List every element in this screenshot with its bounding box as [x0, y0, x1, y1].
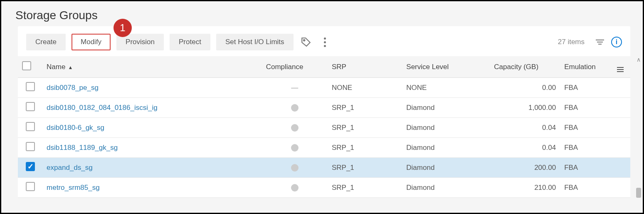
- column-header-srp[interactable]: SRP: [328, 56, 402, 78]
- main-panel: Create Modify Provision Protect Set Host…: [18, 26, 630, 198]
- capacity-cell: 1,000.00: [490, 98, 560, 118]
- compliance-status-icon: [291, 184, 299, 192]
- storage-group-link[interactable]: expand_ds_sg: [47, 164, 93, 172]
- items-count: 27 items: [558, 38, 585, 46]
- set-host-io-limits-button[interactable]: Set Host I/O Limits: [216, 34, 294, 50]
- column-header-capacity[interactable]: Capacity (GB): [490, 56, 560, 78]
- emulation-cell: FBA: [560, 178, 613, 198]
- capacity-cell: 200.00: [490, 158, 560, 178]
- capacity-cell: 0.00: [490, 78, 560, 98]
- capacity-cell: 0.04: [490, 118, 560, 138]
- srp-cell: SRP_1: [328, 178, 402, 198]
- emulation-cell: FBA: [560, 138, 613, 158]
- page-title: Storage Groups: [1, 1, 643, 26]
- table-scroll-area: Name▲ Compliance SRP Service Level Capac…: [18, 56, 630, 198]
- annotation-badge-1: 1: [114, 19, 132, 37]
- row-checkbox[interactable]: [26, 182, 35, 191]
- tag-icon[interactable]: [299, 35, 313, 49]
- compliance-status-icon: [291, 124, 299, 132]
- service-level-cell: Diamond: [402, 138, 490, 158]
- create-button[interactable]: Create: [26, 34, 66, 50]
- column-header-compliance[interactable]: Compliance: [262, 56, 328, 78]
- service-level-cell: Diamond: [402, 98, 490, 118]
- service-level-cell: Diamond: [402, 118, 490, 138]
- modify-button[interactable]: Modify: [72, 34, 111, 50]
- table-row[interactable]: dsib0180_0182_084_0186_iscsi_igSRP_1Diam…: [18, 98, 630, 118]
- row-checkbox[interactable]: [26, 122, 35, 131]
- service-level-cell: NONE: [402, 78, 490, 98]
- service-level-cell: Diamond: [402, 158, 490, 178]
- info-icon[interactable]: i: [611, 37, 622, 47]
- compliance-status-icon: [291, 164, 299, 172]
- row-checkbox[interactable]: [26, 102, 35, 111]
- row-checkbox[interactable]: [26, 82, 35, 91]
- sort-ascending-icon: ▲: [68, 65, 73, 70]
- select-all-checkbox[interactable]: [22, 61, 31, 70]
- srp-cell: SRP_1: [328, 98, 402, 118]
- capacity-cell: 210.00: [490, 178, 560, 198]
- srp-cell: NONE: [328, 78, 402, 98]
- storage-group-link[interactable]: dsib1188_1189_gk_sg: [47, 144, 118, 152]
- column-header-emulation[interactable]: Emulation: [560, 56, 613, 78]
- table-row[interactable]: dsib0078_pe_sg—NONENONE0.00FBA: [18, 78, 630, 98]
- emulation-cell: FBA: [560, 98, 613, 118]
- service-level-cell: Diamond: [402, 178, 490, 198]
- toolbar: Create Modify Provision Protect Set Host…: [18, 26, 630, 56]
- table-row[interactable]: dsib0180-6_gk_sgSRP_1Diamond0.04FBA: [18, 118, 630, 138]
- column-header-service-level[interactable]: Service Level: [402, 56, 490, 78]
- capacity-cell: 0.04: [490, 138, 560, 158]
- srp-cell: SRP_1: [328, 138, 402, 158]
- vertical-scrollbar[interactable]: ∧: [636, 56, 641, 198]
- compliance-none-icon: —: [291, 84, 298, 92]
- column-header-name[interactable]: Name▲: [42, 56, 262, 78]
- storage-group-link[interactable]: metro_srm85_sg: [47, 184, 100, 192]
- emulation-cell: FBA: [560, 118, 613, 138]
- emulation-cell: FBA: [560, 78, 613, 98]
- compliance-status-icon: [291, 144, 299, 152]
- column-settings-icon[interactable]: [613, 56, 630, 78]
- filter-icon[interactable]: [595, 37, 605, 47]
- compliance-status-icon: [291, 104, 299, 112]
- srp-cell: SRP_1: [328, 118, 402, 138]
- svg-point-0: [303, 40, 305, 41]
- storage-groups-table: Name▲ Compliance SRP Service Level Capac…: [18, 56, 630, 198]
- protect-button[interactable]: Protect: [170, 34, 210, 50]
- row-checkbox[interactable]: [26, 142, 35, 151]
- row-checkbox[interactable]: [26, 162, 35, 171]
- emulation-cell: FBA: [560, 158, 613, 178]
- scroll-thumb[interactable]: [636, 188, 641, 198]
- table-row[interactable]: expand_ds_sgSRP_1Diamond200.00FBA: [18, 158, 630, 178]
- table-row[interactable]: metro_srm85_sgSRP_1Diamond210.00FBA: [18, 178, 630, 198]
- scroll-up-icon[interactable]: ∧: [636, 56, 641, 63]
- storage-group-link[interactable]: dsib0180_0182_084_0186_iscsi_ig: [47, 104, 158, 112]
- storage-group-link[interactable]: dsib0078_pe_sg: [47, 84, 99, 92]
- storage-group-link[interactable]: dsib0180-6_gk_sg: [47, 124, 104, 132]
- more-actions-icon[interactable]: [318, 35, 332, 49]
- table-row[interactable]: dsib1188_1189_gk_sgSRP_1Diamond0.04FBA: [18, 138, 630, 158]
- srp-cell: SRP_1: [328, 158, 402, 178]
